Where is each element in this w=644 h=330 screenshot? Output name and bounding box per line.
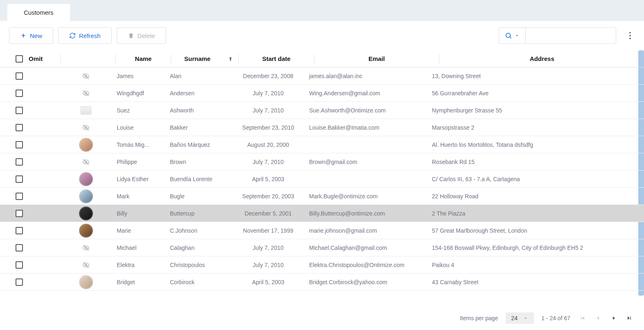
prev-page-button	[593, 313, 603, 323]
cell-surname: Andersen	[166, 90, 231, 97]
table-row[interactable]: ElektraChristopoulosJuly 7, 2010Elektra.…	[0, 256, 644, 274]
cell-name: Lidya Esther	[113, 176, 166, 182]
table-row[interactable]: PhilippeBrownJuly 7, 2010Brown@gmail.com…	[0, 153, 644, 171]
cell-email: Michael.Calaghan@gmail.com	[305, 245, 428, 251]
thumb-placeholder	[81, 106, 91, 114]
search-icon	[505, 32, 512, 39]
table-row[interactable]: MarieC.JohnsonNovember 17, 1999marie.joh…	[0, 222, 644, 239]
col-address[interactable]: Address	[440, 55, 644, 62]
row-checkbox[interactable]	[16, 175, 23, 183]
row-checkbox[interactable]	[16, 107, 23, 114]
cell-email: Elektra.Christopoulos@Ontimize.com	[305, 262, 428, 268]
chevron-down-icon	[515, 33, 520, 38]
cell-startdate: August 20, 2000	[231, 141, 305, 148]
cell-startdate: November 17, 1999	[231, 227, 305, 234]
row-checkbox[interactable]	[16, 210, 23, 217]
cell-startdate: July 7, 2010	[231, 159, 305, 165]
cell-address: Marsopstrasse 2	[428, 124, 644, 131]
table-row[interactable]: LouiseBakkerSeptember 23, 2010Louise.Bak…	[0, 119, 644, 136]
delete-button: Delete	[117, 27, 166, 44]
col-email[interactable]: Email	[315, 55, 438, 62]
table-row[interactable]: Lidya EstherBuendía LorenteApril 5, 2003…	[0, 171, 644, 188]
search-input[interactable]	[526, 28, 616, 43]
delete-button-label: Delete	[138, 32, 155, 39]
cell-startdate: September 20, 2003	[231, 193, 305, 200]
cell-startdate: July 7, 2010	[231, 107, 305, 114]
row-checkbox[interactable]	[16, 227, 23, 234]
avatar	[79, 172, 93, 186]
row-checkbox[interactable]	[16, 72, 23, 80]
table-row[interactable]: Tomás Mig...Baños MárquezAugust 20, 2000…	[0, 136, 644, 153]
table-header-row: Omit Name Surname Start date Email Addre…	[0, 50, 644, 67]
cell-address: 57 Great Marlborough Street, London	[428, 227, 644, 234]
no-photo-icon	[81, 261, 91, 269]
sort-asc-icon	[228, 56, 233, 62]
cell-name: Elektra	[113, 262, 166, 268]
refresh-button[interactable]: Refresh	[58, 27, 112, 44]
more-menu[interactable]	[625, 28, 635, 43]
row-checkbox[interactable]	[16, 158, 23, 166]
page-size-select[interactable]: 24	[506, 312, 534, 324]
col-name[interactable]: Name	[117, 55, 170, 62]
avatar	[79, 207, 93, 220]
cell-name: Billy	[113, 210, 166, 217]
cell-email: james.alan@alan.inc	[305, 73, 428, 79]
avatar	[79, 138, 93, 152]
cell-email: Sue.Ashworth@Ontimize.com	[305, 107, 428, 114]
cell-startdate: April 5, 2003	[231, 279, 305, 285]
cell-address: Rosebank Rd 15	[428, 159, 644, 165]
page-range: 1 - 24 of 67	[541, 315, 570, 321]
tab-customers[interactable]: Customers	[7, 4, 70, 21]
col-omit[interactable]: Omit	[25, 55, 59, 62]
table-row[interactable]: WingdhgdfAndersenJuly 7, 2010Wing.Anders…	[0, 85, 644, 102]
cell-startdate: July 7, 2010	[231, 245, 305, 251]
row-checkbox[interactable]	[16, 90, 23, 97]
cell-surname: Bugle	[166, 193, 231, 200]
cell-address: Nymphenburger Strasse 55	[428, 107, 644, 114]
select-all-checkbox[interactable]	[16, 55, 23, 63]
row-checkbox[interactable]	[16, 124, 23, 131]
table-row[interactable]: MichaelCalaghanJuly 7, 2010Michael.Calag…	[0, 239, 644, 256]
first-page-button	[578, 313, 588, 323]
cell-surname: Christopoulos	[166, 262, 231, 268]
cell-name: Mark	[113, 193, 166, 200]
refresh-icon	[69, 32, 76, 39]
row-checkbox[interactable]	[16, 244, 23, 251]
plus-icon	[20, 32, 27, 39]
row-checkbox[interactable]	[16, 278, 23, 286]
last-page-button[interactable]	[624, 313, 634, 323]
page-size-value: 24	[511, 315, 518, 321]
row-checkbox[interactable]	[16, 193, 23, 200]
cell-name: Suez	[113, 107, 166, 114]
cell-address: Al. Huerto los Mortolitos, Totana dsfsdf…	[428, 141, 644, 148]
items-per-page-label: Items per page	[460, 315, 498, 321]
cell-email: Louise.Bakker@Imatia.com	[305, 124, 428, 131]
new-button-label: New	[30, 32, 42, 39]
no-photo-icon	[81, 72, 91, 80]
search-dropdown[interactable]	[499, 28, 526, 43]
table-row[interactable]: SuezAshworthJuly 7, 2010Sue.Ashworth@Ont…	[0, 102, 644, 119]
cell-email: Billy.Buttercup@ontimize.com	[305, 210, 428, 217]
cell-startdate: July 7, 2010	[231, 90, 305, 97]
table-row[interactable]: JamesAlanDecember 23, 2008james.alan@ala…	[0, 67, 644, 85]
no-photo-icon	[81, 244, 91, 251]
cell-startdate: September 23, 2010	[231, 124, 305, 131]
refresh-button-label: Refresh	[79, 32, 101, 39]
row-checkbox[interactable]	[16, 141, 23, 148]
cell-name: Michael	[113, 245, 166, 251]
cell-email: Mark.Bugle@ontimize.com	[305, 193, 428, 200]
table-row[interactable]: BridgetCorbirockApril 5, 2003Bridget.Cor…	[0, 274, 644, 291]
row-checkbox[interactable]	[16, 261, 23, 269]
cell-address: 22 Holloway Road	[428, 193, 644, 200]
svg-point-0	[506, 33, 511, 38]
cell-address: 154-168 Boswall Pkwy, Edinburgh, City of…	[428, 245, 644, 251]
new-button[interactable]: New	[9, 27, 53, 44]
table-row[interactable]: MarkBugleSeptember 20, 2003Mark.Bugle@on…	[0, 188, 644, 205]
table-row[interactable]: BillyButtercupDecember 5, 2001Billy.Butt…	[0, 205, 644, 222]
col-startdate[interactable]: Start date	[240, 55, 313, 62]
cell-startdate: July 7, 2010	[231, 262, 305, 268]
next-page-button[interactable]	[609, 313, 619, 323]
cell-name: James	[113, 73, 166, 79]
trash-icon	[128, 32, 134, 39]
col-surname[interactable]: Surname	[172, 55, 237, 62]
